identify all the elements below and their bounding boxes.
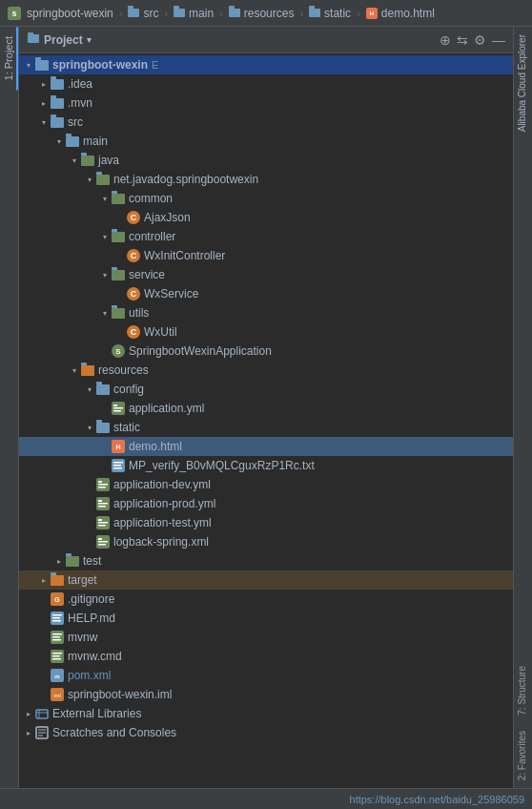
- tree-item-config[interactable]: config: [19, 380, 513, 399]
- tree-item-ajaxjson[interactable]: C AjaxJson: [19, 208, 513, 227]
- tree-item-scratches[interactable]: Scratches and Consoles: [19, 723, 513, 742]
- svg-text:iml: iml: [53, 693, 61, 698]
- tree-item-service[interactable]: service: [19, 265, 513, 284]
- tree-item-pkg[interactable]: net.javadog.springbootwexin: [19, 170, 513, 189]
- tree-item-appyml[interactable]: application.yml: [19, 399, 513, 418]
- tab-structure[interactable]: 7: Structure: [514, 658, 532, 723]
- tree-item-gitignore[interactable]: G .gitignore: [19, 590, 513, 609]
- scope-icon[interactable]: ⊕: [440, 32, 451, 48]
- tree-item-resources[interactable]: resources: [19, 361, 513, 380]
- tab-favorites[interactable]: 2: Favorites: [514, 723, 532, 788]
- config-label: config: [113, 383, 144, 396]
- expand-extlibs[interactable]: [23, 708, 34, 719]
- expand-test[interactable]: [53, 555, 65, 567]
- tree-item-apptest[interactable]: application-test.yml: [19, 513, 513, 532]
- mpverify-icon: [111, 458, 126, 473]
- tree-item-mvn[interactable]: .mvn: [19, 93, 513, 113]
- tree-item-appprod[interactable]: application-prod.yml: [19, 494, 513, 513]
- tree-item-pomxml[interactable]: m pom.xml: [19, 666, 513, 685]
- settings-icon[interactable]: ⚙: [474, 32, 486, 48]
- controller-folder-icon: [111, 229, 126, 244]
- tree-item-wxinitcontroller[interactable]: C WxInitController: [19, 246, 513, 265]
- ajaxjson-label: AjaxJson: [144, 211, 191, 224]
- tree-item-springapp[interactable]: S SpringbootWexinApplication: [19, 342, 513, 361]
- file-tree[interactable]: springboot-wexin E .idea .mvn: [19, 53, 513, 788]
- collapse-icon[interactable]: ⇆: [457, 32, 468, 48]
- tree-item-extlibs[interactable]: External Libraries: [19, 704, 513, 723]
- svg-rect-25: [98, 538, 102, 540]
- tree-item-idea[interactable]: .idea: [19, 74, 513, 93]
- svg-rect-40: [52, 655, 60, 657]
- expand-utils[interactable]: [99, 307, 111, 319]
- sep5: ›: [357, 8, 360, 19]
- expand-config[interactable]: [84, 384, 95, 395]
- breadcrumb-resources[interactable]: resources: [229, 7, 295, 20]
- tree-item-wxutil[interactable]: C WxUtil: [19, 322, 513, 342]
- breadcrumb-static[interactable]: static: [309, 7, 351, 20]
- expand-mvn[interactable]: [38, 97, 50, 109]
- expand-controller[interactable]: [99, 231, 111, 242]
- expand-pkg[interactable]: [84, 174, 95, 185]
- tree-item-logback[interactable]: logback-spring.xml: [19, 532, 513, 551]
- tree-item-target[interactable]: target: [19, 570, 513, 590]
- config-folder-icon: [95, 382, 111, 397]
- tree-item-java[interactable]: java: [19, 151, 513, 170]
- svg-rect-1: [28, 32, 33, 35]
- svg-rect-11: [113, 467, 122, 469]
- springapp-label: SpringbootWexinApplication: [129, 344, 272, 358]
- expand-idea[interactable]: [38, 78, 50, 90]
- svg-rect-15: [98, 487, 106, 488]
- tree-item-utils[interactable]: utils: [19, 303, 513, 322]
- tree-item-appdev[interactable]: application-dev.yml: [19, 475, 513, 494]
- tree-item-mpverify[interactable]: MP_verify_B0vMQLCguxRzP1Rc.txt: [19, 456, 513, 475]
- expand-root[interactable]: [23, 59, 34, 71]
- appyml-label: application.yml: [129, 402, 204, 415]
- svg-rect-35: [52, 633, 62, 635]
- scratches-icon: [34, 725, 50, 740]
- expand-common[interactable]: [99, 193, 111, 204]
- svg-rect-37: [52, 639, 61, 641]
- tree-item-common[interactable]: common: [19, 189, 513, 208]
- utils-folder-icon: [111, 305, 126, 321]
- expand-static[interactable]: [84, 422, 95, 433]
- tree-item-helpmd[interactable]: HELP.md: [19, 609, 513, 628]
- breadcrumb-main[interactable]: main: [174, 7, 214, 20]
- tree-item-static[interactable]: static: [19, 418, 513, 437]
- expand-scratches[interactable]: [23, 727, 34, 738]
- tree-item-mvnw[interactable]: mvnw: [19, 628, 513, 647]
- tab-alibaba[interactable]: Alibaba Cloud Explorer: [514, 27, 532, 139]
- tree-item-springiml[interactable]: iml springboot-wexin.iml: [19, 685, 513, 704]
- tree-item-demohtml[interactable]: H demo.html: [19, 437, 513, 456]
- expand-src[interactable]: [38, 116, 50, 128]
- bottom-url[interactable]: https://blog.csdn.net/baidu_25986059: [350, 794, 524, 805]
- tree-item-controller[interactable]: controller: [19, 227, 513, 246]
- breadcrumb-src[interactable]: src: [128, 7, 158, 20]
- expand-target[interactable]: [38, 574, 50, 586]
- mvn-label: .mvn: [68, 96, 92, 110]
- tree-item-main[interactable]: main: [19, 132, 513, 151]
- svg-rect-4: [113, 407, 123, 409]
- appprod-icon: [95, 496, 111, 511]
- pkg-folder-icon: [95, 172, 111, 187]
- root-badge: E: [152, 59, 158, 71]
- tree-item-root[interactable]: springboot-wexin E: [19, 55, 513, 74]
- utils-label: utils: [129, 306, 149, 320]
- expand-resources[interactable]: [69, 364, 80, 376]
- expand-main[interactable]: [53, 135, 65, 147]
- tab-project[interactable]: 1: Project: [0, 27, 18, 90]
- expand-java[interactable]: [69, 155, 80, 166]
- expand-demohtml: [99, 441, 111, 452]
- mvnw-label: mvnw: [68, 631, 97, 644]
- panel-dropdown[interactable]: ▾: [87, 35, 92, 45]
- breadcrumb-file[interactable]: H demo.html: [366, 7, 435, 20]
- tree-item-wxservice[interactable]: C WxService: [19, 284, 513, 303]
- root-label: springboot-wexin: [52, 58, 148, 72]
- tree-item-test[interactable]: test: [19, 551, 513, 570]
- hide-icon[interactable]: —: [492, 32, 505, 48]
- controller-label: controller: [129, 230, 175, 243]
- expand-service[interactable]: [99, 269, 111, 280]
- tree-item-mvnwcmd[interactable]: mvnw.cmd: [19, 647, 513, 666]
- mpverify-label: MP_verify_B0vMQLCguxRzP1Rc.txt: [129, 459, 315, 472]
- tree-item-src[interactable]: src: [19, 113, 513, 132]
- logback-label: logback-spring.xml: [113, 535, 209, 549]
